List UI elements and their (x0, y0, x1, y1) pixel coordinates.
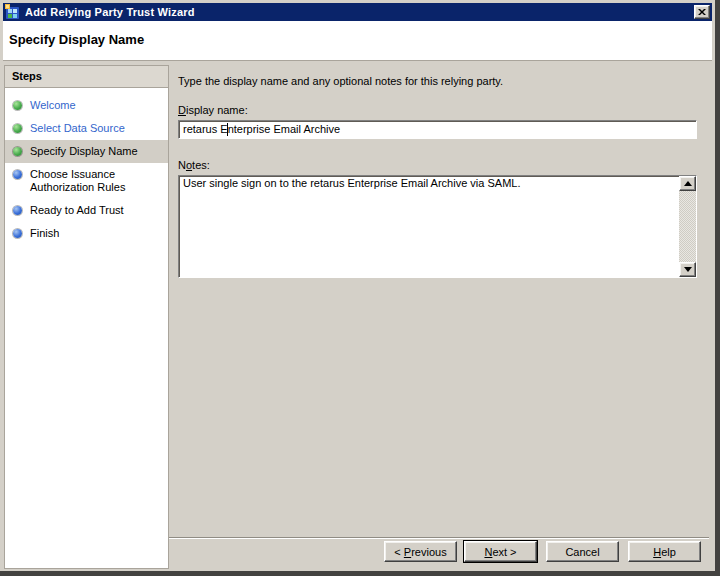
arrow-down-icon (684, 267, 692, 272)
instruction-text: Type the display name and any optional n… (178, 75, 503, 87)
step-label: Ready to Add Trust (30, 204, 124, 217)
help-button[interactable]: Help (628, 541, 701, 562)
text-caret (227, 123, 228, 136)
display-name-input[interactable]: retarus Enterprise Email Archive (178, 120, 697, 139)
step-label[interactable]: Select Data Source (30, 122, 125, 135)
notes-label: Notes: (178, 159, 210, 171)
step-label: Specify Display Name (30, 145, 138, 158)
window-bottom-border (0, 571, 720, 576)
button-separator (169, 537, 709, 539)
window-title: Add Relying Party Trust Wizard (25, 6, 694, 18)
close-button[interactable] (694, 5, 710, 19)
heading-band: Specify Display Name (3, 21, 712, 60)
window-right-border (715, 0, 720, 576)
step-label[interactable]: Welcome (30, 99, 76, 112)
step-done-bullet-icon (13, 124, 22, 133)
steps-panel-header: Steps (5, 66, 168, 88)
close-icon (698, 9, 706, 16)
scroll-up-button[interactable] (679, 176, 696, 191)
cancel-button[interactable]: Cancel (546, 541, 619, 562)
arrow-up-icon (684, 181, 692, 186)
step-done-bullet-icon (13, 101, 22, 110)
next-button[interactable]: Next > (464, 541, 537, 562)
app-icon (5, 4, 21, 20)
steps-panel: Steps Welcome Select Data Source Specify… (4, 65, 169, 569)
step-item-ready-to-add-trust: Ready to Add Trust (5, 199, 168, 222)
step-item-choose-issuance-authorization-rules: Choose Issuance Authorization Rules (5, 163, 168, 199)
step-item-specify-display-name: Specify Display Name (5, 140, 168, 163)
notes-textarea[interactable]: User single sign on to the retarus Enter… (178, 175, 697, 278)
display-name-label: Display name: (178, 104, 248, 116)
wizard-window: Add Relying Party Trust Wizard Specify D… (0, 0, 720, 576)
display-name-value: retarus Enterprise Email Archive (183, 123, 340, 135)
title-bar[interactable]: Add Relying Party Trust Wizard (3, 3, 712, 21)
step-upcoming-bullet-icon (13, 229, 22, 238)
notes-value: User single sign on to the retarus Enter… (179, 176, 679, 277)
step-item-welcome[interactable]: Welcome (5, 94, 168, 117)
scroll-down-button[interactable] (679, 262, 696, 277)
step-label: Finish (30, 227, 59, 240)
step-label: Choose Issuance Authorization Rules (30, 168, 162, 194)
page-title: Specify Display Name (9, 32, 144, 47)
previous-button[interactable]: < Previous (384, 541, 457, 562)
step-item-select-data-source[interactable]: Select Data Source (5, 117, 168, 140)
notes-scrollbar[interactable] (679, 176, 696, 277)
step-current-bullet-icon (13, 147, 22, 156)
step-upcoming-bullet-icon (13, 170, 22, 179)
steps-list: Welcome Select Data Source Specify Displ… (5, 94, 168, 245)
step-item-finish: Finish (5, 222, 168, 245)
step-upcoming-bullet-icon (13, 206, 22, 215)
